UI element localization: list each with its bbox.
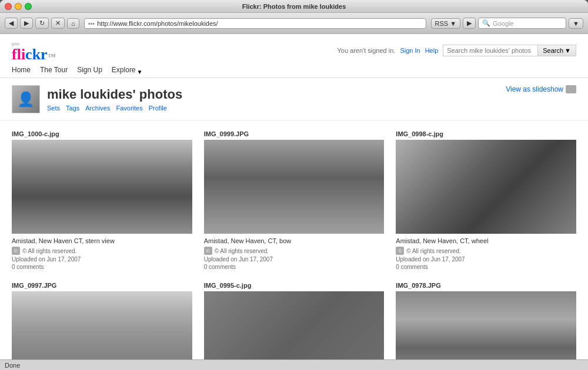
photo-item[interactable]: IMG_0998-c.jpg Amistad, New Haven, CT, w… <box>396 130 576 270</box>
search-dropdown-icon: ▼ <box>564 47 571 54</box>
open-in-button[interactable]: ▶ <box>463 18 476 29</box>
photo-filename: IMG_0995-c.jpg <box>204 282 385 289</box>
photo-item[interactable]: IMG_1000-c.jpg Amistad, New Haven CT, st… <box>12 130 192 270</box>
flickr-search-box: Search ▼ <box>443 45 576 56</box>
header-right: You aren't signed in. Sign In Help Searc… <box>337 45 576 56</box>
avatar-icon: 👤 <box>17 91 35 107</box>
photo-item[interactable]: IMG_0997.JPG <box>12 282 192 359</box>
photo-comments: 0 comments <box>12 264 192 270</box>
profile-title: mike loukides' photos <box>47 87 182 102</box>
photo-meta: © © All rights reserved. <box>396 247 576 255</box>
rss-button[interactable]: RSS ▼ <box>431 18 461 29</box>
browser-window: Flickr: Photos from mike loukides ◀ ▶ ↻ … <box>0 0 588 370</box>
flickr-nav: Home The Tour Sign Up Explore ▼ <box>12 66 576 78</box>
photos-grid: IMG_1000-c.jpg Amistad, New Haven CT, st… <box>12 121 576 359</box>
photo-date: Uploaded on Jun 17, 2007 <box>396 256 576 263</box>
photo-rights: © All rights reserved. <box>22 248 76 254</box>
photos-container: IMG_1000-c.jpg Amistad, New Haven CT, st… <box>0 121 588 359</box>
photo-item[interactable]: IMG_0978.JPG <box>396 282 576 359</box>
photo-thumbnail[interactable] <box>204 140 385 234</box>
photo-filename: IMG_1000-c.jpg <box>12 130 192 137</box>
sets-link[interactable]: Sets <box>47 105 60 112</box>
flickr-search-input[interactable] <box>443 45 537 56</box>
photo-thumbnail[interactable] <box>12 291 192 359</box>
explore-dropdown-icon: ▼ <box>137 69 143 75</box>
photo-thumbnail[interactable] <box>204 291 385 359</box>
flickr-logo-container: you flickr™ <box>12 39 56 62</box>
photo-meta: © © All rights reserved. <box>204 247 385 255</box>
photo-item[interactable]: IMG_0995-c.jpg <box>204 282 385 359</box>
browser-search-button[interactable]: ▼ <box>569 18 583 29</box>
signed-out-text: You aren't signed in. <box>337 47 395 54</box>
profile-left: 👤 mike loukides' photos Sets Tags Archiv… <box>12 85 182 113</box>
browser-search-bar[interactable]: 🔍 Google <box>478 18 566 29</box>
back-button[interactable]: ◀ <box>5 18 18 29</box>
home-nav-button[interactable]: ⌂ <box>67 18 79 29</box>
sign-in-link[interactable]: Sign In <box>400 47 420 54</box>
favorites-link[interactable]: Favorites <box>116 105 142 112</box>
profile-info: mike loukides' photos Sets Tags Archives… <box>47 87 182 112</box>
profile-link[interactable]: Profile <box>149 105 167 112</box>
photo-thumbnail[interactable] <box>396 140 576 234</box>
photo-date: Uploaded on Jun 17, 2007 <box>12 256 192 263</box>
photo-caption: Amistad, New Haven CT, stern view <box>12 237 192 244</box>
profile-area: 👤 mike loukides' photos Sets Tags Archiv… <box>0 78 588 121</box>
photo-filename: IMG_0998-c.jpg <box>396 130 576 137</box>
help-link[interactable]: Help <box>425 47 439 54</box>
nav-signup[interactable]: Sign Up <box>77 66 102 78</box>
flickr-top-bar: you flickr™ You aren't signed in. Sign I… <box>12 39 576 62</box>
minimize-button[interactable] <box>15 3 22 10</box>
flickr-header: you flickr™ You aren't signed in. Sign I… <box>0 34 588 78</box>
refresh-button[interactable]: ↻ <box>35 18 49 29</box>
photo-rights: © All rights reserved. <box>406 248 460 254</box>
window-controls <box>5 3 32 10</box>
status-bar: Done <box>0 359 588 370</box>
photo-rights: © All rights reserved. <box>215 248 269 254</box>
photo-filename: IMG_0997.JPG <box>12 282 192 289</box>
photo-caption: Amistad, New Haven, CT, bow <box>204 237 385 244</box>
slideshow-link[interactable]: View as slideshow <box>506 85 576 93</box>
flickr-search-button[interactable]: Search ▼ <box>537 45 576 56</box>
browser-toolbar: ◀ ▶ ↻ ✕ ⌂ ••• http://www.flickr.com/phot… <box>0 13 588 34</box>
url-bar[interactable]: ••• http://www.flickr.com/photos/mikelou… <box>84 18 426 29</box>
nav-home[interactable]: Home <box>12 66 31 78</box>
nav-explore-container[interactable]: Explore ▼ <box>112 66 143 78</box>
rights-icon: © <box>396 247 404 255</box>
window-title: Flickr: Photos from mike loukides <box>242 3 346 10</box>
title-bar: Flickr: Photos from mike loukides <box>0 0 588 13</box>
rights-icon: © <box>12 247 20 255</box>
photo-filename: IMG_0978.JPG <box>396 282 576 289</box>
slideshow-icon <box>566 85 576 93</box>
photo-comments: 0 comments <box>204 264 385 270</box>
profile-sub-nav: Sets Tags Archives Favorites Profile <box>47 105 182 112</box>
photo-item[interactable]: IMG_0999.JPG Amistad, New Haven, CT, bow… <box>204 130 385 270</box>
maximize-button[interactable] <box>25 3 32 10</box>
photo-comments: 0 comments <box>396 264 576 270</box>
avatar: 👤 <box>12 85 40 113</box>
flickr-logo: flickr™ <box>12 47 56 62</box>
tags-link[interactable]: Tags <box>66 105 79 112</box>
nav-tour[interactable]: The Tour <box>40 66 68 78</box>
archives-link[interactable]: Archives <box>85 105 110 112</box>
slideshow-area: View as slideshow <box>506 85 576 93</box>
stop-button[interactable]: ✕ <box>51 18 65 29</box>
photo-thumbnail[interactable] <box>396 291 576 359</box>
photo-thumbnail[interactable] <box>12 140 192 234</box>
page-content: you flickr™ You aren't signed in. Sign I… <box>0 34 588 359</box>
nav-explore[interactable]: Explore <box>112 66 136 78</box>
photo-date: Uploaded on Jun 17, 2007 <box>204 256 385 263</box>
forward-button[interactable]: ▶ <box>20 18 33 29</box>
search-icon: 🔍 <box>482 19 490 27</box>
photo-caption: Amistad, New Haven, CT, wheel <box>396 237 576 244</box>
rights-icon: © <box>204 247 212 255</box>
close-button[interactable] <box>5 3 12 10</box>
photo-filename: IMG_0999.JPG <box>204 130 385 137</box>
photo-meta: © © All rights reserved. <box>12 247 192 255</box>
